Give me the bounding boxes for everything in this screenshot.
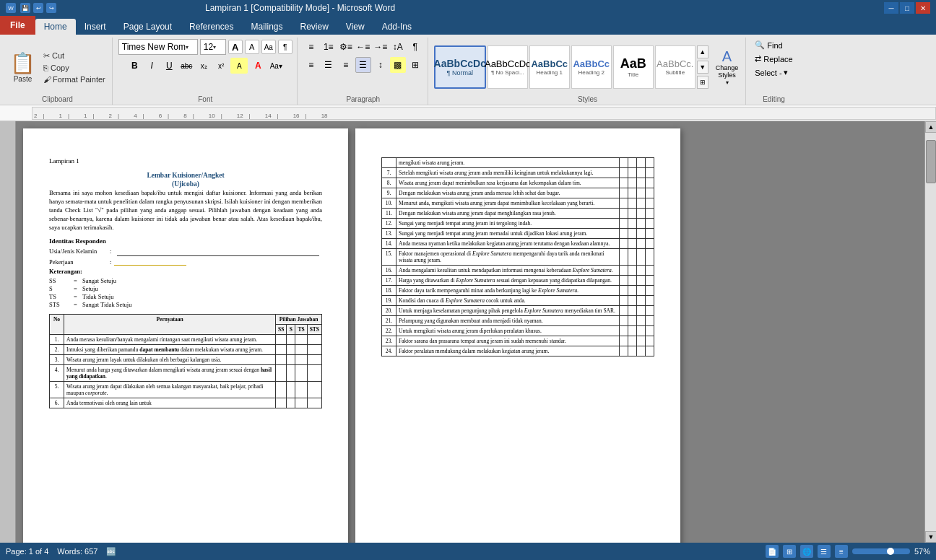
- ruler-marks: 2 | 1 | 1 | 2 | 4 | 6 | 8 | 10 | 12 | 14…: [32, 108, 935, 119]
- style-subtitle-button[interactable]: AaBbCc. Subtitle: [655, 45, 696, 89]
- scrollbar-thumb[interactable]: [926, 140, 936, 183]
- subscript-button[interactable]: x₂: [196, 58, 212, 74]
- minimize-button[interactable]: ─: [884, 2, 898, 14]
- styles-label: Styles: [578, 95, 597, 105]
- table-row: 23. Faktor sarana dan prasarana tempat a…: [382, 336, 654, 346]
- scroll-up-button[interactable]: ▲: [925, 121, 936, 133]
- bold-button[interactable]: B: [126, 58, 142, 74]
- font-name-input[interactable]: Times New Rom ▾: [118, 39, 198, 55]
- styles-expand-button[interactable]: ⊞: [697, 76, 708, 89]
- style-no-spacing-button[interactable]: AaBbCcDc ¶ No Spaci...: [488, 45, 528, 89]
- select-button[interactable]: Select - ▾: [752, 66, 790, 79]
- borders-button[interactable]: ⊞: [407, 57, 423, 73]
- font-size-input[interactable]: 12 ▾: [200, 39, 226, 55]
- tab-page-layout[interactable]: Page Layout: [115, 19, 181, 35]
- save-icon[interactable]: 💾: [20, 3, 30, 13]
- document-area[interactable]: Lampiran 1 Lembar Kuisioner/Angket (Ujic…: [16, 121, 924, 543]
- copy-button[interactable]: ⎘ Copy: [41, 63, 108, 73]
- italic-button[interactable]: I: [144, 58, 160, 74]
- numbering-button[interactable]: 1≡: [321, 39, 337, 55]
- table-row: 17. Harga yang ditawarkan di Explore Sum…: [382, 276, 654, 286]
- print-layout-button[interactable]: 📄: [766, 545, 779, 558]
- find-button[interactable]: 🔍 Find: [752, 39, 785, 51]
- no-spacing-preview: AaBbCcDc: [485, 58, 531, 69]
- clear-formatting-button[interactable]: Aa: [261, 40, 276, 54]
- font-name-dropdown[interactable]: ▾: [186, 44, 188, 51]
- usia-input-line[interactable]: [117, 248, 319, 256]
- show-hide-button[interactable]: ¶: [278, 40, 292, 54]
- tab-references[interactable]: References: [181, 19, 242, 35]
- sort-button[interactable]: ↕A: [390, 39, 406, 55]
- tab-review[interactable]: Review: [291, 19, 337, 35]
- page-info: Page: 1 of 4: [6, 547, 48, 556]
- tab-add-ins[interactable]: Add-Ins: [373, 19, 420, 35]
- line-spacing-button[interactable]: ↕: [373, 57, 389, 73]
- tab-mailings[interactable]: Mailings: [242, 19, 291, 35]
- change-styles-icon: A: [722, 48, 732, 65]
- status-left: Page: 1 of 4 Words: 657 🔤: [6, 547, 116, 556]
- styles-down-button[interactable]: ▼: [697, 61, 708, 74]
- decrease-indent-button[interactable]: ←≡: [355, 39, 371, 55]
- scroll-down-button[interactable]: ▼: [925, 531, 936, 543]
- th-ts: TS: [295, 325, 307, 335]
- cut-button[interactable]: ✂ Cut: [41, 51, 108, 61]
- styles-up-button[interactable]: ▲: [697, 45, 708, 58]
- full-screen-button[interactable]: ⊞: [783, 545, 796, 558]
- vertical-scrollbar[interactable]: ▲ ▼: [924, 121, 936, 543]
- align-right-button[interactable]: ≡: [338, 57, 354, 73]
- outline-button[interactable]: ☰: [818, 545, 831, 558]
- justify-button[interactable]: ☰: [355, 57, 371, 73]
- table-row: 13. Sungai yang menjadi tempat arung jer…: [382, 229, 654, 239]
- table-row: 18. Faktor daya tarik mempengaruhi minat…: [382, 286, 654, 296]
- change-styles-button[interactable]: A ChangeStyles ▾: [713, 47, 742, 87]
- underline-button[interactable]: U: [161, 58, 177, 74]
- web-layout-button[interactable]: 🌐: [800, 545, 813, 558]
- replace-button[interactable]: ⇄ Replace: [752, 53, 795, 65]
- change-case-button[interactable]: Aa▾: [268, 58, 284, 74]
- font-color-button[interactable]: A: [249, 58, 266, 74]
- align-center-button[interactable]: ☰: [321, 57, 337, 73]
- multilevel-list-button[interactable]: ⚙≡: [338, 39, 354, 55]
- redo-icon[interactable]: ↪: [46, 3, 56, 13]
- table-row: 14. Anda merasa nyaman ketika melakukan …: [382, 239, 654, 249]
- table-row: 4. Menurut anda harga yang ditawarkan da…: [50, 365, 322, 382]
- scrollbar-track[interactable]: [925, 133, 936, 531]
- table-row: 24. Faktor peralatan mendukung dalam mel…: [382, 346, 654, 356]
- table-row: 7. Setelah mengikuti wisata arung jeram …: [382, 168, 654, 178]
- tab-file[interactable]: File: [0, 16, 35, 35]
- strikethrough-button[interactable]: abc: [178, 58, 194, 74]
- table-row: 10. Menurut anda, mengikuti wisata arung…: [382, 198, 654, 209]
- bullets-button[interactable]: ≡: [303, 39, 319, 55]
- table-row: 9. Dengan melakukan wisata arung jeram a…: [382, 188, 654, 198]
- table-row: 6. Anda termotivasi oleh orang lain untu…: [50, 398, 322, 408]
- zoom-slider[interactable]: [852, 548, 910, 554]
- tab-insert[interactable]: Insert: [76, 19, 115, 35]
- style-title-button[interactable]: AaB Title: [613, 45, 654, 89]
- tab-view[interactable]: View: [337, 19, 373, 35]
- font-shrink-button[interactable]: A: [245, 40, 259, 54]
- normal-preview: AaBbCcDc: [434, 58, 486, 69]
- font-grow-button[interactable]: A: [228, 40, 243, 54]
- paste-icon: 📋: [10, 51, 35, 75]
- superscript-button[interactable]: x²: [213, 58, 229, 74]
- style-heading1-button[interactable]: AaBbCc Heading 1: [529, 45, 570, 89]
- paragraph-label: Paragraph: [346, 95, 380, 105]
- paste-button[interactable]: 📋 Paste: [7, 50, 38, 84]
- style-normal-button[interactable]: AaBbCcDc ¶ Normal: [434, 45, 486, 89]
- tab-home[interactable]: Home: [35, 19, 76, 35]
- shading-button[interactable]: ▩: [390, 57, 406, 73]
- close-button[interactable]: ✕: [916, 2, 930, 14]
- text-highlight-button[interactable]: A: [230, 58, 248, 74]
- change-styles-arrow: ▾: [726, 79, 729, 86]
- style-heading2-button[interactable]: AaBbCc Heading 2: [571, 45, 612, 89]
- draft-button[interactable]: ≡: [835, 545, 848, 558]
- increase-indent-button[interactable]: →≡: [373, 39, 389, 55]
- zoom-slider-thumb[interactable]: [887, 548, 894, 555]
- align-left-button[interactable]: ≡: [303, 57, 319, 73]
- show-formatting-button[interactable]: ¶: [407, 39, 423, 55]
- undo-icon[interactable]: ↩: [33, 3, 43, 13]
- format-painter-button[interactable]: 🖌 Format Painter: [41, 74, 108, 84]
- maximize-button[interactable]: □: [900, 2, 914, 14]
- font-size-dropdown[interactable]: ▾: [213, 44, 216, 51]
- pekerjaan-input-line[interactable]: [114, 258, 186, 266]
